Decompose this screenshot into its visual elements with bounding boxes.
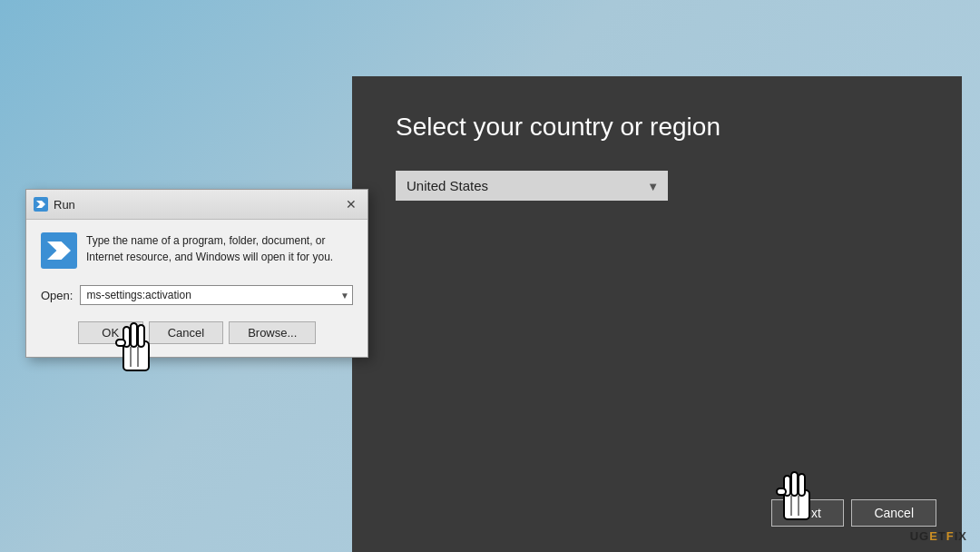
run-app-icon [34,197,48,212]
next-button[interactable]: Next [771,499,844,527]
run-titlebar: Run ✕ [26,190,368,220]
watermark: UGETFIX [910,529,967,543]
run-body: Type the name of a program, folder, docu… [26,220,368,281]
run-open-input-wrapper: ▼ [80,285,353,305]
country-select-wrapper[interactable]: United States Afghanistan Albania Austra… [396,171,668,201]
run-dialog-title: Run [54,198,75,212]
setup-bottom-buttons: Next Cancel [771,499,936,527]
setup-panel: Select your country or region United Sta… [352,76,962,552]
country-select[interactable]: United States Afghanistan Albania Austra… [396,171,668,201]
run-open-label: Open: [41,289,73,302]
run-open-input[interactable] [80,285,353,305]
run-dialog: Run ✕ Type the name of a program, folder… [25,189,368,358]
setup-title: Select your country or region [396,113,918,142]
run-ok-button[interactable]: OK [78,321,143,344]
run-open-row: Open: ▼ [26,281,368,316]
run-titlebar-left: Run [34,197,75,212]
run-cancel-button[interactable]: Cancel [149,321,223,344]
run-close-button[interactable]: ✕ [342,195,360,213]
cancel-setup-button[interactable]: Cancel [851,499,936,527]
run-body-icon [41,232,77,269]
run-buttons: OK Cancel Browse... [26,316,368,357]
run-browse-button[interactable]: Browse... [229,321,316,344]
run-description: Type the name of a program, folder, docu… [86,232,353,265]
run-input-dropdown-arrow-icon[interactable]: ▼ [340,291,349,301]
